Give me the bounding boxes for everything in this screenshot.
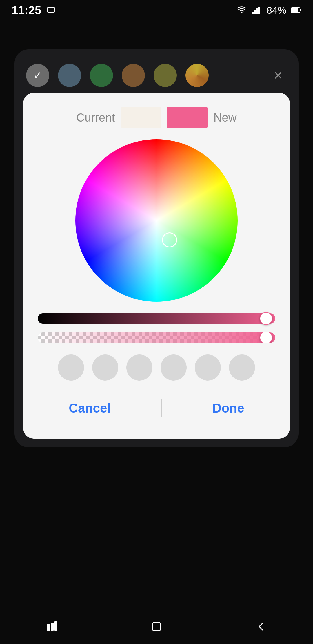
swatch-gold[interactable] xyxy=(185,64,209,87)
color-swatches-row: ✓ ✕ xyxy=(23,58,290,93)
recent-color-6[interactable] xyxy=(229,354,255,381)
svg-rect-4 xyxy=(254,10,256,14)
svg-rect-6 xyxy=(258,7,260,14)
svg-point-2 xyxy=(241,12,242,13)
svg-rect-5 xyxy=(256,8,258,14)
check-icon: ✓ xyxy=(33,69,42,82)
signal-icon xyxy=(252,5,262,15)
svg-rect-11 xyxy=(51,623,54,631)
color-wheel-container[interactable] xyxy=(75,139,238,302)
recent-color-3[interactable] xyxy=(126,354,152,381)
recent-colors xyxy=(58,354,255,381)
recent-color-2[interactable] xyxy=(92,354,118,381)
swatch-green[interactable] xyxy=(90,64,113,87)
svg-rect-0 xyxy=(48,7,54,12)
swatch-check-circle[interactable]: ✓ xyxy=(26,64,49,87)
wifi-icon xyxy=(236,5,247,15)
svg-rect-8 xyxy=(300,9,301,11)
swatch-olive[interactable] xyxy=(154,64,177,87)
recents-button[interactable] xyxy=(41,615,64,638)
recent-color-4[interactable] xyxy=(161,354,187,381)
color-picker-dialog: Current New xyxy=(23,93,290,439)
recent-color-1[interactable] xyxy=(58,354,84,381)
svg-rect-10 xyxy=(47,624,50,631)
time: 11:25 xyxy=(12,4,41,17)
nav-bar xyxy=(0,609,313,644)
svg-rect-9 xyxy=(292,8,298,12)
brightness-thumb[interactable] xyxy=(260,312,272,325)
alpha-overlay xyxy=(38,332,275,343)
home-button[interactable] xyxy=(145,615,168,638)
brightness-slider[interactable] xyxy=(38,313,275,324)
screen-icon xyxy=(46,5,56,15)
swatch-blue[interactable] xyxy=(58,64,81,87)
current-color-preview xyxy=(121,107,161,128)
alpha-slider[interactable] xyxy=(38,332,275,343)
done-button[interactable]: Done xyxy=(201,395,256,421)
buttons-row: Cancel Done xyxy=(38,392,275,421)
current-label: Current xyxy=(76,111,115,124)
current-new-row: Current New xyxy=(38,107,275,128)
battery-icon xyxy=(291,5,301,15)
color-wheel[interactable] xyxy=(75,139,238,302)
button-divider xyxy=(161,399,162,417)
back-button[interactable] xyxy=(249,615,272,638)
new-color-preview xyxy=(167,107,208,128)
svg-rect-1 xyxy=(49,12,53,13)
alpha-thumb[interactable] xyxy=(260,332,272,343)
svg-rect-12 xyxy=(54,621,57,631)
battery-label: 84% xyxy=(267,5,286,16)
svg-rect-13 xyxy=(152,623,161,631)
svg-rect-3 xyxy=(252,12,254,14)
close-button[interactable]: ✕ xyxy=(270,67,287,84)
slider-container xyxy=(38,313,275,343)
color-wheel-cursor xyxy=(162,232,177,247)
status-bar: 11:25 xyxy=(0,0,313,20)
swatch-brown[interactable] xyxy=(122,64,145,87)
cancel-button[interactable]: Cancel xyxy=(57,395,122,421)
new-label: New xyxy=(214,111,237,124)
color-picker-outer-card: ✓ ✕ Current New xyxy=(14,49,299,447)
recent-color-5[interactable] xyxy=(195,354,221,381)
